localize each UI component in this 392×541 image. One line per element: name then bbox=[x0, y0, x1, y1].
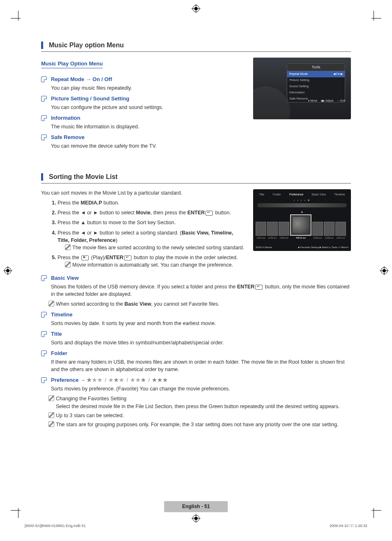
sort-timeline: Timeline bbox=[41, 311, 351, 319]
bullet-icon bbox=[41, 312, 47, 318]
sort-desc: Sorts movies by preference. (Favorite) Y… bbox=[51, 385, 351, 392]
section-heading-music-play: Music Play option Menu bbox=[41, 40, 351, 52]
enter-icon bbox=[124, 255, 131, 260]
section-title: Music Play option Menu bbox=[49, 40, 124, 50]
tools-row: Repeat Mode ◀ On ▶ bbox=[287, 71, 345, 77]
tools-menu-screenshot: Tools Repeat Mode ◀ On ▶ Picture Setting… bbox=[253, 58, 351, 119]
registration-mark-icon bbox=[380, 266, 389, 275]
bullet-icon bbox=[41, 377, 47, 383]
tools-menu-title: Tools bbox=[287, 64, 345, 71]
sort-desc: Sorts and displays the movie titles in s… bbox=[51, 339, 351, 346]
play-icon bbox=[81, 255, 89, 260]
option-repeat-mode: Repeat Mode → On / Off bbox=[41, 76, 245, 84]
bullet-icon bbox=[41, 351, 47, 356]
crop-mark-icon bbox=[12, 504, 25, 516]
step-3: Press the ▲ button to move to the Sort k… bbox=[58, 219, 245, 226]
sort-preference: Preference → ★★★ / ★★★ / ★★★ / ★★★ bbox=[41, 376, 351, 384]
step-2: Press the ◄ or ► button to select Movie,… bbox=[58, 209, 245, 216]
option-desc: You can remove the device safely from th… bbox=[51, 142, 245, 150]
section-intro: You can sort movies in the Movie List by… bbox=[41, 189, 245, 197]
tools-row: Information bbox=[287, 90, 345, 96]
option-information: Information bbox=[41, 114, 245, 122]
note: The movie files are sorted according to … bbox=[72, 244, 245, 251]
doc-footer-left: [8000-SA]BN68-01988G-Eng.indb 51 bbox=[25, 523, 86, 529]
bullet-icon bbox=[41, 115, 47, 121]
subheading: Music Play Option Menu bbox=[41, 60, 103, 68]
bullet-icon bbox=[41, 96, 47, 102]
option-desc: You can configure the picture and sound … bbox=[51, 104, 245, 111]
note: The stars are for grouping purposes only… bbox=[56, 421, 351, 428]
bullet-icon bbox=[41, 135, 47, 140]
page-number-badge: English - 51 bbox=[164, 501, 228, 512]
sort-desc: Sorts movies by date. It sorts by year a… bbox=[51, 320, 351, 327]
registration-mark-icon bbox=[3, 266, 12, 275]
sort-folder: Folder bbox=[41, 350, 351, 358]
registration-mark-icon bbox=[191, 514, 201, 523]
enter-icon bbox=[205, 211, 213, 216]
crop-mark-icon bbox=[367, 504, 380, 516]
movie-list-screenshot: Title Folder Preference Basic View Timel… bbox=[253, 189, 351, 251]
stars-icon: ★★★ / ★★★ / ★★★ / ★★★ bbox=[87, 377, 168, 383]
note: Changing the Favorites Setting Select th… bbox=[56, 395, 351, 410]
section-title: Sorting the Movie List bbox=[49, 172, 118, 181]
sort-title: Title bbox=[41, 330, 351, 338]
option-safe-remove: Safe Remove bbox=[41, 134, 245, 142]
note: Up to 3 stars can be selected. bbox=[56, 412, 351, 419]
enter-icon bbox=[255, 285, 263, 290]
sort-desc: If there are many folders in USB, the mo… bbox=[51, 358, 351, 373]
option-picture-sound: Picture Setting / Sound Setting bbox=[41, 95, 245, 103]
crop-mark-icon bbox=[367, 12, 380, 25]
note: When sorted according to the Basic View,… bbox=[56, 300, 351, 308]
step-5: Press the (Play)/ENTER button to play th… bbox=[58, 254, 245, 269]
sort-desc: Shows the folders of the USB memory devi… bbox=[51, 283, 351, 298]
option-desc: The music file information is displayed. bbox=[51, 123, 245, 130]
tools-row: Sound Setting bbox=[287, 84, 345, 90]
bullet-icon bbox=[41, 331, 47, 337]
tools-row: Picture Setting bbox=[287, 77, 345, 84]
note: Movie information is automatically set. … bbox=[72, 261, 245, 269]
sort-basic-view: Basic View bbox=[41, 274, 351, 282]
section-heading-sorting-movie: Sorting the Movie List bbox=[41, 172, 351, 183]
step-1: Press the MEDIA.P button. bbox=[58, 199, 245, 207]
bullet-icon bbox=[41, 275, 47, 281]
registration-mark-icon bbox=[191, 4, 201, 13]
step-4: Press the ◄ or ► button to select a sort… bbox=[58, 229, 245, 251]
crop-mark-icon bbox=[12, 12, 25, 25]
doc-footer-right: 2009-04-10 □□ 1:26:32 bbox=[330, 523, 367, 529]
option-desc: You can play music files repeatedly. bbox=[51, 84, 245, 92]
bullet-icon bbox=[41, 77, 47, 82]
